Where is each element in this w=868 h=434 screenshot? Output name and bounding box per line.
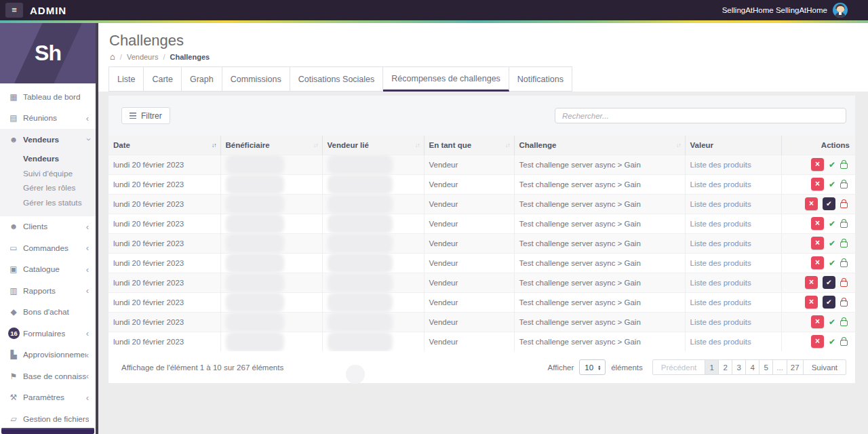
sidebar-bottom-bar[interactable] xyxy=(1,428,94,434)
tab-graph[interactable]: Graph xyxy=(182,66,222,92)
cell-vendeur-lie xyxy=(322,214,424,233)
breadcrumb-vendeurs[interactable]: Vendeurs xyxy=(127,53,158,61)
sidebar-subitem-gerer-les-roles[interactable]: Gérer les rôles xyxy=(0,181,96,196)
sidebar-item-clients[interactable]: ☻Clients‹ xyxy=(0,216,96,238)
pagination-page-27[interactable]: 27 xyxy=(787,359,804,375)
cell-en-tant-que: Vendeur xyxy=(424,273,514,292)
user-menu[interactable]: SellingAtHome SellingAtHome xyxy=(722,6,827,14)
tab-notifications[interactable]: Notifications xyxy=(509,66,572,92)
products-bag-icon[interactable] xyxy=(840,320,848,326)
delete-button[interactable]: × xyxy=(805,197,818,210)
delete-button[interactable]: × xyxy=(805,296,818,309)
tab-liste[interactable]: Liste xyxy=(108,66,144,92)
sidebar-item-approvisionnement[interactable]: ▙Approvisionnement‹ xyxy=(0,344,96,366)
sidebar-item-reunions[interactable]: ▤Réunions‹ xyxy=(0,108,96,130)
hamburger-menu-icon[interactable]: ≡ xyxy=(5,3,23,18)
delete-button[interactable]: × xyxy=(811,158,824,171)
delete-button[interactable]: × xyxy=(811,335,824,348)
main-content: Challenges ⌂ / Vendeurs / Challenges Lis… xyxy=(98,23,868,434)
products-bag-icon[interactable] xyxy=(840,182,848,189)
sidebar-item-label: Paramètres xyxy=(23,393,64,402)
sidebar-item-rapports[interactable]: ▥Rapports‹ xyxy=(0,280,96,302)
sidebar-item-bons-d-achat[interactable]: ◆Bons d'achat xyxy=(0,302,96,323)
delete-button[interactable]: × xyxy=(805,276,818,289)
delete-button[interactable]: × xyxy=(811,237,824,250)
pager: Précédent12345...27Suivant xyxy=(652,359,846,375)
validated-button[interactable]: ✔ xyxy=(823,296,835,309)
sidebar-item-base-de-connaissances[interactable]: ⚑Base de connaissances‹ xyxy=(0,366,96,387)
app-logo[interactable]: Sh xyxy=(0,23,96,83)
sidebar: Sh ▦Tableau de bord▤Réunions‹☻Vendeurs‹V… xyxy=(0,23,96,434)
sidebar-item-label: Clients xyxy=(23,222,47,231)
sidebar-item-catalogue[interactable]: ▣Catalogue‹ xyxy=(0,259,96,281)
delete-button[interactable]: × xyxy=(811,256,824,269)
liste-des-produits-link[interactable]: Liste des produits xyxy=(690,279,751,287)
products-bag-icon[interactable] xyxy=(840,241,848,248)
validate-check-icon[interactable]: ✔ xyxy=(829,258,835,268)
pagination-page-1[interactable]: 1 xyxy=(705,359,719,375)
validate-check-icon[interactable]: ✔ xyxy=(829,239,835,248)
liste-des-produits-link[interactable]: Liste des produits xyxy=(690,161,751,169)
tab-cotisations-sociales[interactable]: Cotisations Sociales xyxy=(290,66,384,92)
products-bag-icon[interactable] xyxy=(840,202,848,208)
search-input[interactable] xyxy=(555,108,846,123)
sidebar-item-vendeurs[interactable]: ☻Vendeurs‹ xyxy=(0,129,96,151)
column-header-date[interactable]: Date ↓↑ xyxy=(108,136,220,155)
liste-des-produits-link[interactable]: Liste des produits xyxy=(690,220,751,228)
validate-check-icon[interactable]: ✔ xyxy=(829,160,835,170)
tab-recompenses-de-challenges[interactable]: Récompenses de challenges xyxy=(383,66,509,92)
products-bag-icon[interactable] xyxy=(840,281,848,287)
cell-challenge: Test challenge server async > Gain xyxy=(514,174,685,194)
delete-button[interactable]: × xyxy=(811,178,824,191)
pagination-next-button[interactable]: Suivant xyxy=(803,359,846,375)
products-bag-icon[interactable] xyxy=(840,163,848,169)
liste-des-produits-link[interactable]: Liste des produits xyxy=(690,259,751,267)
sidebar-item-formulaires[interactable]: 16Formulaires‹ xyxy=(0,323,96,344)
table-row: lundi 20 février 2023VendeurTest challen… xyxy=(108,253,855,273)
sidebar-item-tableau-de-bord[interactable]: ▦Tableau de bord xyxy=(0,86,96,108)
validated-button[interactable]: ✔ xyxy=(823,276,835,289)
home-icon[interactable]: ⌂ xyxy=(110,52,115,61)
breadcrumb: ⌂ / Vendeurs / Challenges xyxy=(98,50,868,61)
validated-button[interactable]: ✔ xyxy=(823,197,835,210)
column-header-vendeur-lie[interactable]: Vendeur lié ↓↑ xyxy=(322,136,424,155)
sidebar-subitem-gerer-les-statuts[interactable]: Gérer les statuts xyxy=(0,195,96,210)
pagination-page-5[interactable]: 5 xyxy=(759,359,773,375)
sidebar-subitem-vendeurs[interactable]: Vendeurs xyxy=(0,152,96,167)
liste-des-produits-link[interactable]: Liste des produits xyxy=(690,338,751,346)
liste-des-produits-link[interactable]: Liste des produits xyxy=(690,239,751,248)
products-bag-icon[interactable] xyxy=(840,261,848,267)
cell-beneficiaire xyxy=(220,332,322,351)
validate-check-icon[interactable]: ✔ xyxy=(829,180,835,189)
liste-des-produits-link[interactable]: Liste des produits xyxy=(690,318,751,326)
products-bag-icon[interactable] xyxy=(840,222,848,228)
pagination-prev-button[interactable]: Précédent xyxy=(652,359,705,375)
sidebar-scrollbar[interactable] xyxy=(96,23,98,434)
column-header-challenge[interactable]: Challenge ↓↑ xyxy=(514,136,685,155)
validate-check-icon[interactable]: ✔ xyxy=(829,317,835,327)
liste-des-produits-link[interactable]: Liste des produits xyxy=(690,298,751,307)
sidebar-item-commandes[interactable]: ▭Commandes‹ xyxy=(0,237,96,259)
sidebar-subitem-suivi-d-equipe[interactable]: Suivi d'équipe xyxy=(0,166,96,181)
column-header-en-tant-que[interactable]: En tant que ↓↑ xyxy=(424,136,514,155)
tab-commissions[interactable]: Commissions xyxy=(222,66,290,92)
products-bag-icon[interactable] xyxy=(840,300,848,307)
pagination-page-3[interactable]: 3 xyxy=(732,359,746,375)
pagination-page-4[interactable]: 4 xyxy=(745,359,760,375)
clients-icon: ☻ xyxy=(8,222,19,231)
liste-des-produits-link[interactable]: Liste des produits xyxy=(690,200,751,208)
validate-check-icon[interactable]: ✔ xyxy=(829,337,835,347)
tab-carte[interactable]: Carte xyxy=(144,66,182,92)
liste-des-produits-link[interactable]: Liste des produits xyxy=(690,180,751,189)
products-bag-icon[interactable] xyxy=(840,340,848,346)
delete-button[interactable]: × xyxy=(811,315,824,328)
column-header-beneficiaire[interactable]: Bénéficiaire ↓↑ xyxy=(220,136,322,155)
validate-check-icon[interactable]: ✔ xyxy=(829,219,835,229)
filter-button[interactable]: Filtrer xyxy=(121,107,170,124)
sidebar-item-parametres[interactable]: ⚒Paramètres‹ xyxy=(0,387,96,409)
user-avatar[interactable] xyxy=(833,3,848,18)
sidebar-item-gestion-de-fichiers[interactable]: ▱Gestion de fichiers xyxy=(0,408,96,430)
page-size-select[interactable]: 10 ▴▾ xyxy=(579,359,606,375)
delete-button[interactable]: × xyxy=(811,217,824,230)
pagination-page-2[interactable]: 2 xyxy=(718,359,732,375)
